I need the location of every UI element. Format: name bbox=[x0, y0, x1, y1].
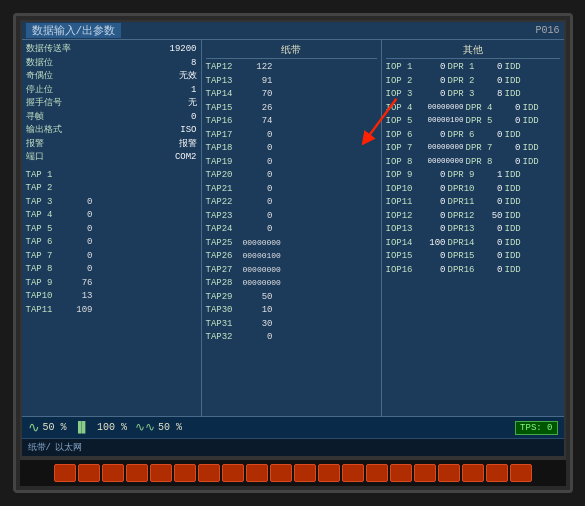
screen: 数据输入/出参数 P016 数据传送率 19200 数据位 8 bbox=[20, 20, 566, 458]
key-19[interactable] bbox=[486, 464, 508, 482]
key-6[interactable] bbox=[174, 464, 196, 482]
status-seg-3: 100 % bbox=[97, 422, 127, 433]
tap-row: TAP 2 bbox=[26, 182, 197, 196]
tap-row: TAP13 91 bbox=[206, 75, 377, 89]
iop-row: IOP 9 0 DPR 9 1 IDD bbox=[386, 169, 560, 183]
tap-row: TAP12 122 bbox=[206, 61, 377, 75]
key-13[interactable] bbox=[342, 464, 364, 482]
param-row: 停止位 1 bbox=[26, 84, 197, 98]
param-row: 寻帧 0 bbox=[26, 111, 197, 125]
key-14[interactable] bbox=[366, 464, 388, 482]
right-panel: 其他 IOP 1 0 DPR 1 0 IDD IOP 2 0 DPR 2 0 I… bbox=[382, 40, 564, 416]
bottom-left: 纸带/ bbox=[28, 441, 51, 454]
pct-3: 50 % bbox=[158, 422, 182, 433]
main-title: 数据输入/出参数 bbox=[26, 23, 122, 38]
tap-row: TAP15 26 bbox=[206, 102, 377, 116]
tap-row: TAP 6 0 bbox=[26, 236, 197, 250]
tap-row: TAP 3 0 bbox=[26, 196, 197, 210]
iop-row: IOP 6 0 DPR 6 0 IDD bbox=[386, 129, 560, 143]
iop-row: IOP 3 0 DPR 3 8 IDD bbox=[386, 88, 560, 102]
tap-row: TAP 9 76 bbox=[26, 277, 197, 291]
tap-row: TAP10 13 bbox=[26, 290, 197, 304]
key-11[interactable] bbox=[294, 464, 316, 482]
key-20[interactable] bbox=[510, 464, 532, 482]
tap-row: TAP 1 bbox=[26, 169, 197, 183]
key-8[interactable] bbox=[222, 464, 244, 482]
paper-tape-header: 纸带 bbox=[206, 43, 377, 59]
key-9[interactable] bbox=[246, 464, 268, 482]
wave-icon-2: ∿∿ bbox=[135, 420, 155, 435]
tap-row: TAP24 0 bbox=[206, 223, 377, 237]
key-18[interactable] bbox=[462, 464, 484, 482]
key-3[interactable] bbox=[102, 464, 124, 482]
pct-1: 50 % bbox=[43, 422, 67, 433]
status-seg-2: ▐▌ bbox=[75, 421, 89, 435]
panels-wrapper: 数据传送率 19200 数据位 8 奇偶位 无效 停止位 1 bbox=[22, 40, 564, 416]
left-panel: 数据传送率 19200 数据位 8 奇偶位 无效 停止位 1 bbox=[22, 40, 202, 416]
tps-badge: TPS: 0 bbox=[515, 421, 557, 435]
wave-icon-1: ∿ bbox=[28, 419, 40, 436]
tap-row: TAP25 00000000 bbox=[206, 237, 377, 251]
keyboard-area bbox=[20, 458, 566, 486]
key-15[interactable] bbox=[390, 464, 412, 482]
param-row: 输出格式 ISO bbox=[26, 124, 197, 138]
tap-row: TAP27 00000000 bbox=[206, 264, 377, 278]
iop-row: IOP11 0 DPR11 0 IDD bbox=[386, 196, 560, 210]
status-seg-4: ∿∿ 50 % bbox=[135, 420, 182, 435]
tap-left-section: TAP 1 TAP 2 TAP 3 0 TAP 4 0 bbox=[26, 169, 197, 318]
other-header: 其他 bbox=[386, 43, 560, 59]
key-5[interactable] bbox=[150, 464, 172, 482]
key-12[interactable] bbox=[318, 464, 340, 482]
tap-row: TAP23 0 bbox=[206, 210, 377, 224]
key-7[interactable] bbox=[198, 464, 220, 482]
bar-icon: ▐▌ bbox=[75, 421, 89, 435]
pct-2: 100 % bbox=[97, 422, 127, 433]
title-bar: 数据输入/出参数 P016 bbox=[22, 22, 564, 40]
tap-row: TAP31 30 bbox=[206, 318, 377, 332]
tap-row: TAP18 0 bbox=[206, 142, 377, 156]
iop-row: IOP 2 0 DPR 2 0 IDD bbox=[386, 75, 560, 89]
param-row: 奇偶位 无效 bbox=[26, 70, 197, 84]
tap-row: TAP26 00000100 bbox=[206, 250, 377, 264]
key-16[interactable] bbox=[414, 464, 436, 482]
param-row: 数据传送率 19200 bbox=[26, 43, 197, 57]
tap-row: TAP 4 0 bbox=[26, 209, 197, 223]
tap-row: TAP 7 0 bbox=[26, 250, 197, 264]
iop-row: IOP15 0 DPR15 0 IDD bbox=[386, 250, 560, 264]
key-17[interactable] bbox=[438, 464, 460, 482]
iop-row: IOP10 0 DPR10 0 IDD bbox=[386, 183, 560, 197]
bottom-bar: 纸带/ 以太网 bbox=[22, 438, 564, 456]
iop-row: IOP 7 00000000 DPR 7 0 IDD bbox=[386, 142, 560, 156]
tap-row: TAP 5 0 bbox=[26, 223, 197, 237]
iop-row: IOP 5 00000100 DPR 5 0 IDD bbox=[386, 115, 560, 129]
tap-row: TAP32 0 bbox=[206, 331, 377, 345]
iop-row: IOP16 0 DPR16 0 IDD bbox=[386, 264, 560, 278]
param-row: 端口 COM2 bbox=[26, 151, 197, 165]
iop-row: IOP 1 0 DPR 1 0 IDD bbox=[386, 61, 560, 75]
tap-row: TAP14 70 bbox=[206, 88, 377, 102]
iop-row: IOP 8 00000000 DPR 8 0 IDD bbox=[386, 156, 560, 170]
param-row: 数据位 8 bbox=[26, 57, 197, 71]
status-bar: ∿ 50 % ▐▌ 100 % ∿∿ 50 % TPS: 0 bbox=[22, 416, 564, 438]
tap-row: TAP 8 0 bbox=[26, 263, 197, 277]
status-seg-1: ∿ 50 % bbox=[28, 419, 67, 436]
tap-row: TAP17 0 bbox=[206, 129, 377, 143]
tap-row: TAP19 0 bbox=[206, 156, 377, 170]
monitor: 数据输入/出参数 P016 数据传送率 19200 数据位 8 bbox=[13, 13, 573, 493]
param-row: 报警 报警 bbox=[26, 138, 197, 152]
corner-code: P016 bbox=[535, 25, 559, 36]
iop-row: IOP 4 00000000 DPR 4 0 IDD bbox=[386, 102, 560, 116]
iop-row: IOP12 0 DPR12 50 IDD bbox=[386, 210, 560, 224]
tap-row: TAP16 74 bbox=[206, 115, 377, 129]
iop-row: IOP13 0 DPR13 0 IDD bbox=[386, 223, 560, 237]
tap-row: TAP21 0 bbox=[206, 183, 377, 197]
bottom-right: 以太网 bbox=[55, 441, 82, 454]
middle-panel: 纸带 TAP12 122 TAP13 91 TAP14 70 TAP15 26 bbox=[202, 40, 382, 416]
key-1[interactable] bbox=[54, 464, 76, 482]
sys-params: 数据传送率 19200 数据位 8 奇偶位 无效 停止位 1 bbox=[26, 43, 197, 165]
key-4[interactable] bbox=[126, 464, 148, 482]
key-2[interactable] bbox=[78, 464, 100, 482]
tap-row: TAP20 0 bbox=[206, 169, 377, 183]
key-10[interactable] bbox=[270, 464, 292, 482]
tap-row: TAP28 00000000 bbox=[206, 277, 377, 291]
